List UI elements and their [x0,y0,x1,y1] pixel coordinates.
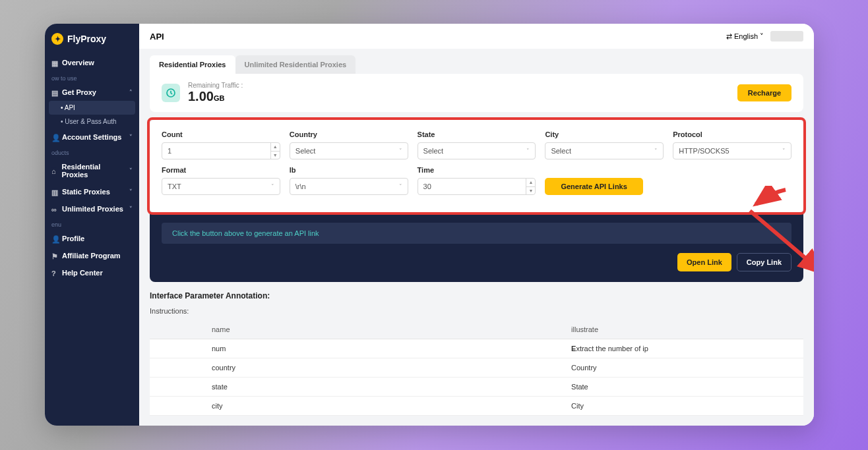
sidebar-label: Residential Proxies [62,163,126,179]
chevron-down-icon: ˅ [399,183,402,190]
cell-name: country [150,358,509,378]
format-select[interactable]: TXT˅ [162,178,280,195]
sidebar-sub-userpass[interactable]: • User & Pass Auth [45,115,139,128]
proxy-icon: ▤ [51,89,58,96]
th-name: name [150,320,509,339]
sidebar-item-profile[interactable]: 👤Profile [45,230,139,247]
help-icon: ? [51,269,58,276]
sidebar-item-overview[interactable]: ▦Overview [45,54,139,71]
format-label: Format [162,166,280,174]
cell-name: city [150,397,509,416]
protocol-select[interactable]: HTTP/SOCKS5˅ [673,142,791,159]
sidebar-section-products: oducts [45,146,139,158]
chevron-down-icon: ˅ [129,206,133,212]
sidebar-label: Help Center [62,269,103,277]
language-label: English [734,32,758,40]
infinity-icon: ∞ [51,206,58,212]
page-title: API [150,32,164,42]
state-label: State [418,130,536,138]
user-icon: 👤 [51,134,58,140]
logo-icon: ✦ [51,33,63,45]
generate-api-button[interactable]: Generate API Links [545,178,642,195]
overview-icon: ▦ [51,59,58,66]
sidebar-label: Affiliate Program [62,252,121,260]
logo: ✦ FlyProxy [45,33,139,54]
sidebar-section-menu: enu [45,217,139,230]
user-avatar[interactable] [770,31,803,42]
sidebar-item-static[interactable]: ▥Static Proxies ˅ [45,183,139,200]
step-up-icon[interactable]: ▲ [271,143,280,152]
sidebar-item-help[interactable]: ?Help Center [45,264,139,281]
chevron-down-icon: ˅ [129,188,133,195]
table-row: stateState [150,378,803,397]
step-down-icon[interactable]: ▼ [526,187,535,195]
sidebar-label: Account Settings [62,133,121,141]
tabs: Residential Proxies Unlimited Residentia… [139,55,814,74]
sidebar: ✦ FlyProxy ▦Overview ow to use ▤Get Prox… [45,24,139,426]
chevron-down-icon: ˅ [271,183,274,190]
th-illustrate: illustrate [509,320,803,339]
annotation-instructions: Instructions: [150,307,803,315]
cell-illustrate: City [509,397,803,416]
sidebar-item-account[interactable]: 👤Account Settings ˅ [45,128,139,146]
time-label: Time [418,166,536,174]
time-stepper[interactable]: ▲▼ [526,179,535,194]
count-input[interactable]: 1 [162,142,280,159]
traffic-label: Remaining Traffic : [188,82,243,89]
traffic-icon [162,84,180,102]
city-select[interactable]: Select˅ [545,142,664,159]
tab-residential[interactable]: Residential Proxies [150,55,235,74]
count-stepper[interactable]: ▲▼ [270,143,280,159]
sidebar-label: Overview [62,59,94,67]
recharge-button[interactable]: Recharge [737,84,791,101]
protocol-label: Protocol [673,130,791,138]
sidebar-item-residential[interactable]: ⌂Residential Proxies ˅ [45,158,139,183]
sidebar-item-getproxy[interactable]: ▤Get Proxy ˄ [45,84,139,101]
chevron-down-icon: ˅ [129,134,133,140]
sidebar-label: Static Proxies [62,188,110,196]
sidebar-label: API [65,104,75,111]
chevron-down-icon: ˅ [526,148,530,154]
copy-link-button[interactable]: Copy Link [737,253,791,271]
table-row: countryCountry [150,358,803,378]
language-selector[interactable]: ⇄ English ˅ [726,32,764,41]
main-content: API ⇄ English ˅ Residential Proxies Unli… [139,24,814,426]
sidebar-label: User & Pass Auth [65,118,116,125]
table-row: numExtract the number of ip [150,339,803,358]
country-label: Country [290,130,408,138]
traffic-value: 1.00 [188,89,214,103]
cell-name: state [150,378,509,397]
tab-unlimited[interactable]: Unlimited Residential Proxies [235,55,356,74]
chevron-up-icon: ˄ [129,89,133,96]
table-row: cityCity [150,397,803,416]
sidebar-item-affiliate[interactable]: ⚑Affiliate Program [45,247,139,264]
chevron-down-icon: ˅ [129,167,133,174]
translate-icon: ⇄ [726,32,732,41]
hint-text: Click the button above to generate an AP… [162,223,791,244]
country-select[interactable]: Select˅ [290,142,408,159]
sidebar-label: Get Proxy [62,88,96,96]
sidebar-item-unlimited[interactable]: ∞Unlimited Proxies ˅ [45,200,139,217]
sidebar-section-howto: ow to use [45,71,139,84]
step-down-icon[interactable]: ▼ [271,152,280,159]
chevron-down-icon: ˅ [782,148,786,154]
lb-label: lb [290,166,408,174]
cell-illustrate: State [509,378,803,397]
time-input[interactable]: 30 [418,178,536,195]
cell-illustrate: Country [509,358,803,378]
annotation-table: name illustrate numExtract the number of… [150,320,803,416]
form-panel: Count 1 ▲▼ Country Select˅ State Select˅… [150,120,803,212]
topbar: API ⇄ English ˅ [139,24,814,49]
city-label: City [545,130,664,138]
step-up-icon[interactable]: ▲ [526,179,535,187]
sidebar-sub-api[interactable]: • API [49,101,135,115]
state-select[interactable]: Select˅ [418,142,536,159]
sidebar-label: Profile [62,235,84,242]
lb-select[interactable]: \r\n˅ [290,178,408,195]
open-link-button[interactable]: Open Link [677,253,731,271]
sidebar-label: Unlimited Proxies [62,205,123,213]
cell-name: num [150,339,509,358]
table-header-row: name illustrate [150,320,803,339]
server-icon: ▥ [51,188,58,195]
chevron-down-icon: ˅ [760,32,764,41]
